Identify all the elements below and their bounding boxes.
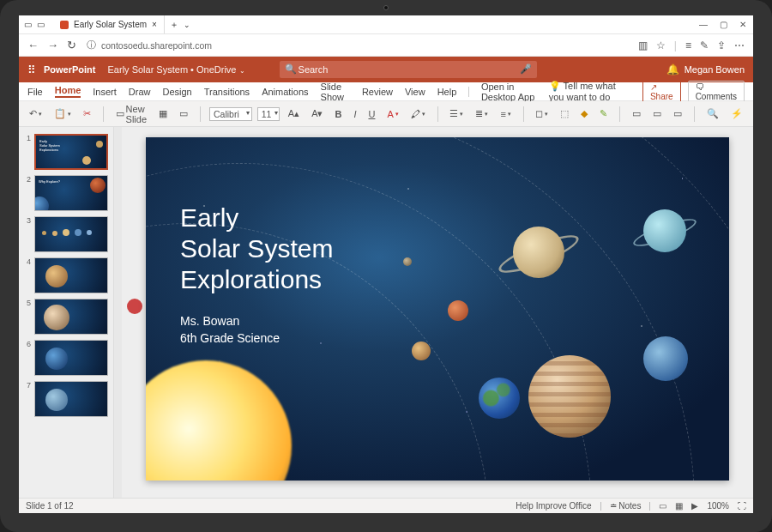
ribbon-tab-draw[interactable]: Draw (129, 87, 151, 97)
search-input[interactable] (280, 61, 537, 78)
powerpoint-favicon (60, 21, 69, 29)
paste-button[interactable]: 📋▾ (51, 106, 75, 121)
win-icon-2[interactable]: ▭ (37, 20, 45, 29)
search-icon: 🔍 (285, 63, 297, 75)
window-close-button[interactable]: ✕ (739, 20, 746, 29)
ribbon-tab-animations[interactable]: Animations (262, 87, 308, 97)
share-button[interactable]: ↗ Share (642, 81, 681, 103)
find-button[interactable]: 🔍 (703, 106, 722, 122)
chevron-down-icon: ⌄ (239, 67, 245, 75)
app-launcher-icon[interactable]: ⠿ (27, 63, 35, 76)
laser-pointer-icon[interactable] (127, 299, 142, 314)
italic-button[interactable]: I (350, 107, 359, 121)
shape-fill-button[interactable]: ◆ (577, 106, 591, 121)
ribbon-toolbar: ↶▾ 📋▾ ✂ ▭ New Slide ▦ ▭ Calibri▾ 11▾ A▴ … (19, 101, 753, 127)
align-button[interactable]: ≡▾ (497, 107, 514, 121)
new-tab-button[interactable]: ＋ (170, 19, 178, 31)
design-ideas-button[interactable]: ✎ (596, 106, 611, 121)
planet-uranus (643, 209, 686, 252)
view-sorter-icon[interactable]: ▦ (675, 501, 683, 511)
slide-title[interactable]: Early Solar System Explorations (180, 203, 333, 295)
status-bar: Slide 1 of 12 Help Improve Office ≐ Note… (19, 498, 753, 513)
ribbon-tab-view[interactable]: View (405, 87, 425, 97)
nav-refresh-button[interactable]: ↻ (67, 39, 76, 51)
ribbon-tab-help[interactable]: Help (437, 87, 457, 97)
thumbnail-scrollbar[interactable] (113, 127, 122, 498)
ribbon-tab-transitions[interactable]: Transitions (204, 87, 250, 97)
mic-icon[interactable]: 🎤 (520, 63, 532, 75)
screen: ▭ ▭ Early Solar System × ＋ ⌄ — ▢ ✕ ← → ↻… (19, 15, 753, 513)
zoom-level[interactable]: 100% (707, 501, 729, 511)
ribbon-tab-design[interactable]: Design (162, 87, 191, 97)
notes-icon[interactable]: ✎ (700, 39, 709, 51)
planet-jupiter (528, 355, 611, 438)
thumbnail-2[interactable]: 2 Why Explore? (24, 175, 108, 211)
shapes-button[interactable]: ◻▾ (532, 106, 552, 121)
more-icon[interactable]: ⋯ (734, 39, 745, 51)
shrink-font-button[interactable]: A▾ (308, 106, 326, 121)
window-titlebar: ▭ ▭ Early Solar System × ＋ ⌄ — ▢ ✕ (19, 15, 753, 34)
nav-forward-button[interactable]: → (47, 39, 58, 51)
notifications-icon[interactable]: 🔔 (666, 63, 679, 76)
thumbnail-5[interactable]: 5 (24, 299, 108, 335)
numbering-button[interactable]: ≣▾ (472, 106, 492, 121)
bullets-button[interactable]: ☰▾ (446, 106, 467, 121)
dictate-button[interactable]: ⚡ (727, 106, 746, 122)
nav-back-button[interactable]: ← (27, 39, 39, 51)
font-family-select[interactable]: Calibri▾ (209, 107, 252, 121)
thumbnail-3[interactable]: 3 (24, 216, 108, 252)
url-text: contosoedu.sharepoint.com (101, 40, 212, 51)
slide-subtitle[interactable]: Ms. Bowan 6th Grade Science (180, 312, 280, 347)
undo-button[interactable]: ↶▾ (26, 106, 45, 121)
slide-thumbnails: 1 EarlySolar SystemExplorations 2 Why Ex… (19, 127, 113, 498)
favorite-icon[interactable]: ☆ (656, 39, 666, 51)
notes-toggle[interactable]: ≐ Notes (610, 501, 642, 511)
font-size-select[interactable]: 11▾ (257, 107, 280, 121)
site-info-icon[interactable]: ⓘ (87, 39, 96, 51)
cut-button[interactable]: ✂ (80, 106, 94, 121)
planet-mercury (403, 257, 412, 266)
ribbon-tab-file[interactable]: File (27, 87, 43, 97)
comments-button[interactable]: 🗨 Comments (688, 81, 745, 103)
reading-view-icon[interactable]: ▥ (638, 39, 648, 51)
tell-me[interactable]: 💡 Tell me what you want to do (549, 81, 630, 102)
arrange-button[interactable]: ⬚ (557, 106, 572, 121)
thumbnail-6[interactable]: 6 (24, 340, 108, 376)
window-minimize-button[interactable]: — (699, 20, 708, 29)
tab-close-icon[interactable]: × (152, 20, 157, 29)
fit-to-window-icon[interactable]: ⛶ (738, 501, 746, 511)
duplicate-button[interactable]: ▭ (629, 106, 644, 121)
window-maximize-button[interactable]: ▢ (720, 20, 727, 29)
tab-chevron-icon[interactable]: ⌄ (184, 21, 190, 29)
hub-icon[interactable]: ≡ (685, 39, 691, 51)
help-improve[interactable]: Help Improve Office (516, 501, 591, 511)
bold-button[interactable]: B (331, 107, 345, 121)
thumbnail-7[interactable]: 7 (24, 381, 108, 417)
user-name[interactable]: Megan Bowen (685, 64, 745, 75)
layout-button[interactable]: ▦ (155, 106, 171, 121)
share-page-icon[interactable]: ⇪ (717, 39, 726, 51)
document-title[interactable]: Early Solar System • OneDrive ⌄ (108, 64, 245, 75)
planet-venus (412, 342, 431, 360)
view-normal-icon[interactable]: ▭ (659, 501, 666, 511)
slide[interactable]: Early Solar System Explorations Ms. Bowa… (146, 137, 729, 481)
highlight-button[interactable]: 🖍▾ (407, 107, 429, 121)
font-color-button[interactable]: A▾ (383, 107, 401, 121)
ribbon-tab-review[interactable]: Review (362, 87, 393, 97)
browser-tab[interactable]: Early Solar System × (53, 15, 165, 33)
view-present-icon[interactable]: ▶ (691, 501, 698, 511)
thumbnail-1[interactable]: 1 EarlySolar SystemExplorations (24, 134, 108, 170)
reset-button[interactable]: ▭ (176, 106, 191, 121)
thumbnail-4[interactable]: 4 (24, 257, 108, 293)
url-field[interactable]: ⓘ contosoedu.sharepoint.com (87, 39, 628, 51)
hide-button[interactable]: ▭ (670, 106, 685, 121)
underline-button[interactable]: U (365, 107, 378, 121)
ribbon-tab-slideshow[interactable]: Slide Show (321, 82, 350, 102)
open-in-desktop[interactable]: Open in Desktop App (481, 82, 537, 102)
grow-font-button[interactable]: A▴ (285, 106, 303, 121)
ribbon-tab-home[interactable]: Home (55, 85, 81, 98)
delete-button[interactable]: ▭ (649, 106, 665, 121)
win-icon-1[interactable]: ▭ (24, 20, 32, 29)
ribbon-tab-insert[interactable]: Insert (93, 87, 117, 97)
new-slide-button[interactable]: ▭ New Slide (112, 102, 151, 126)
